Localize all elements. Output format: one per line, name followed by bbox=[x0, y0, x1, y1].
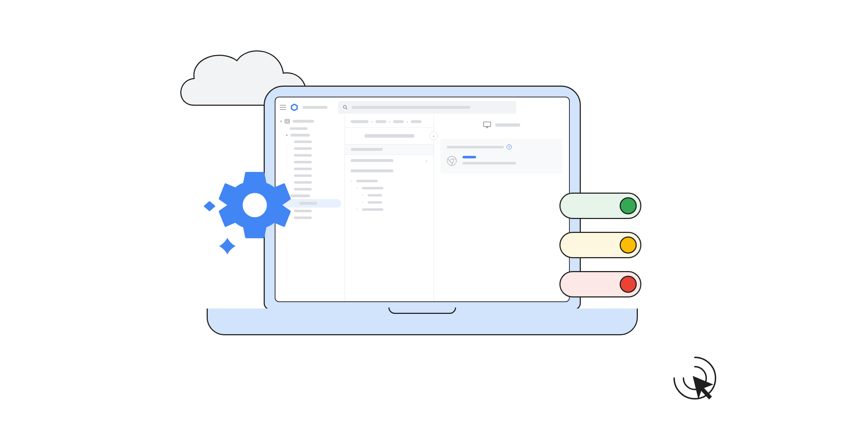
collapse-panel-button[interactable]: ‹ bbox=[429, 132, 438, 140]
org-tree: › › › › › bbox=[345, 176, 434, 219]
sidebar-item[interactable] bbox=[275, 152, 345, 159]
detail-panel: ‹ bbox=[434, 115, 569, 301]
panel-section-header bbox=[345, 144, 434, 155]
breadcrumb-segment[interactable] bbox=[376, 120, 386, 123]
svg-line-4 bbox=[346, 108, 347, 109]
laptop-trackpad-notch bbox=[388, 307, 456, 314]
chevron-right-icon: › bbox=[362, 200, 366, 204]
chrome-icon bbox=[447, 156, 457, 166]
tree-node[interactable]: › bbox=[351, 199, 428, 206]
card-text bbox=[463, 162, 516, 164]
laptop-screen: › › › ⌄ › › › bbox=[275, 97, 570, 302]
chevron-right-icon: › bbox=[362, 193, 366, 197]
sidebar-item[interactable] bbox=[275, 138, 345, 145]
search-placeholder bbox=[352, 106, 470, 109]
status-pill-ok bbox=[559, 193, 641, 219]
status-dot-yellow-icon bbox=[620, 236, 637, 254]
gear-icon bbox=[220, 173, 290, 237]
sidebar-item[interactable] bbox=[275, 132, 345, 138]
status-dot-red-icon bbox=[620, 276, 637, 293]
chevron-right-icon: › bbox=[371, 119, 373, 124]
tree-node[interactable]: › bbox=[351, 192, 428, 199]
hexagon-logo-icon bbox=[290, 103, 299, 112]
status-pill-error bbox=[559, 271, 641, 297]
card-link[interactable] bbox=[463, 156, 476, 158]
status-dot-green-icon bbox=[620, 197, 637, 214]
sparkle-icon bbox=[205, 202, 215, 210]
chevron-right-icon: › bbox=[407, 119, 408, 124]
sparkle-icon bbox=[219, 238, 236, 254]
app-title-placeholder bbox=[303, 106, 327, 109]
menu-icon[interactable] bbox=[280, 105, 286, 110]
svg-point-0 bbox=[243, 193, 267, 217]
center-panel: › › › ⌄ › › › bbox=[345, 115, 434, 301]
chevron-right-icon: › bbox=[389, 119, 391, 124]
devices-icon bbox=[285, 119, 290, 123]
sidebar-section-header[interactable] bbox=[275, 117, 345, 125]
chevron-down-icon: ⌄ bbox=[425, 158, 428, 162]
chevron-right-icon: › bbox=[356, 208, 360, 211]
breadcrumb: › › › bbox=[345, 116, 434, 128]
search-icon bbox=[342, 105, 348, 110]
admin-console: › › › ⌄ › › › bbox=[275, 97, 569, 301]
chevron-right-icon: › bbox=[351, 179, 354, 183]
cursor-click-icon bbox=[670, 353, 723, 408]
tree-node[interactable]: › bbox=[351, 184, 428, 192]
panel-dropdown-row[interactable]: ⌄ bbox=[345, 155, 434, 166]
panel-row[interactable] bbox=[345, 166, 434, 176]
gear-illustration bbox=[200, 164, 292, 272]
svg-rect-5 bbox=[484, 122, 491, 127]
panel-title bbox=[345, 128, 434, 144]
chevron-right-icon: › bbox=[356, 186, 360, 190]
svg-point-3 bbox=[343, 106, 346, 108]
status-pills bbox=[559, 193, 641, 297]
search-input[interactable] bbox=[338, 101, 516, 114]
status-pill-warning bbox=[559, 232, 641, 258]
help-icon[interactable]: ? bbox=[507, 144, 512, 149]
tree-node[interactable]: › bbox=[351, 177, 428, 184]
topbar bbox=[275, 97, 569, 115]
monitor-icon bbox=[483, 122, 491, 128]
breadcrumb-segment[interactable] bbox=[393, 120, 404, 123]
breadcrumb-segment[interactable] bbox=[411, 120, 422, 123]
sidebar-item[interactable] bbox=[275, 145, 345, 152]
laptop-bezel: › › › ⌄ › › › bbox=[264, 86, 581, 310]
detail-header bbox=[434, 115, 569, 134]
tree-node[interactable]: › bbox=[351, 206, 428, 213]
settings-card: ? bbox=[440, 139, 563, 174]
breadcrumb-segment[interactable] bbox=[351, 120, 368, 123]
sidebar-item[interactable] bbox=[275, 125, 345, 132]
